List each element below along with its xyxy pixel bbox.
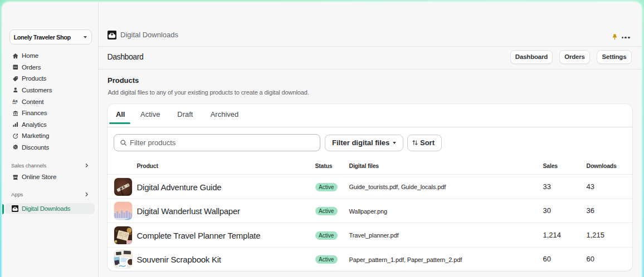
svg-text:Aa: Aa (12, 99, 18, 103)
